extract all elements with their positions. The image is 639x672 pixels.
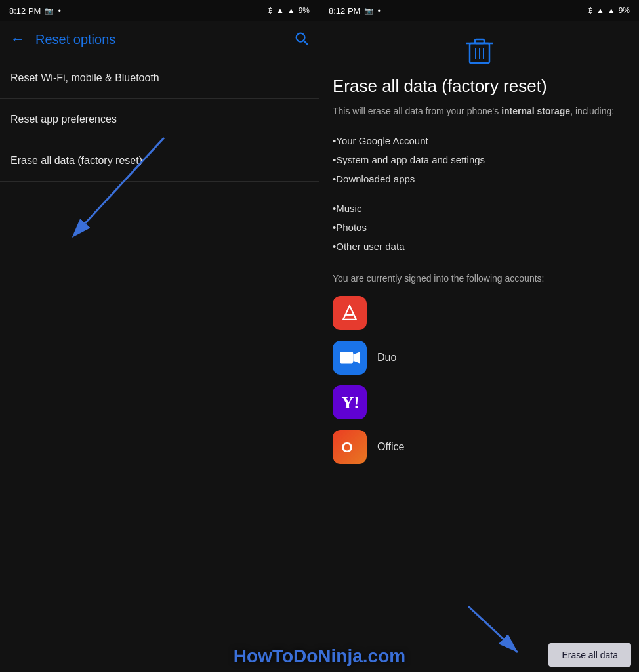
account-duo: Duo bbox=[333, 341, 626, 375]
data-item-3: •Music bbox=[333, 199, 626, 218]
menu-item-app-prefs[interactable]: Reset app preferences bbox=[0, 99, 319, 140]
erase-all-button[interactable]: Erase all data bbox=[548, 643, 631, 667]
erase-title: Erase all data (factory reset) bbox=[333, 76, 626, 96]
data-item-5: •Other user data bbox=[333, 237, 626, 256]
subtitle-bold: internal storage bbox=[501, 106, 570, 116]
account-adobe bbox=[333, 296, 626, 330]
bluetooth-icon: ₿ bbox=[268, 6, 273, 15]
right-status-bar: 8:12 PM 📷 • ₿ ▲ ▲ 9% bbox=[320, 0, 639, 21]
bottom-bar: Erase all data bbox=[320, 638, 639, 672]
trash-icon-container bbox=[333, 37, 626, 66]
toolbar: ← Reset options bbox=[0, 21, 319, 58]
data-items: •Your Google Account •System and app dat… bbox=[333, 131, 626, 256]
duo-label: Duo bbox=[377, 352, 396, 364]
svg-line-1 bbox=[304, 41, 307, 44]
office-label: Office bbox=[377, 441, 405, 453]
back-button[interactable]: ← bbox=[10, 31, 25, 48]
subtitle-plain: This will erase all data from your phone… bbox=[333, 106, 501, 116]
account-office: O Office bbox=[333, 430, 626, 464]
svg-rect-12 bbox=[340, 352, 353, 364]
accounts-section: You are currently signed into the follow… bbox=[333, 272, 626, 464]
right-battery-text: 9% bbox=[619, 6, 630, 15]
right-time: 8:12 PM bbox=[329, 6, 360, 16]
left-dot: • bbox=[58, 6, 61, 16]
trash-icon bbox=[466, 37, 493, 66]
left-panel: 8:12 PM 📷 • ₿ ▲ ▲ 9% ← Reset options bbox=[0, 0, 320, 672]
data-item-2: •Downloaded apps bbox=[333, 169, 626, 188]
adobe-icon bbox=[333, 296, 367, 330]
page-title: Reset options bbox=[35, 32, 294, 47]
search-button[interactable] bbox=[294, 31, 308, 49]
left-time: 8:12 PM bbox=[9, 6, 41, 16]
svg-text:O: O bbox=[342, 439, 353, 455]
wifi-icon: ▲ bbox=[276, 6, 284, 15]
right-bluetooth-icon: ₿ bbox=[588, 6, 593, 15]
right-cam-icon: 📷 bbox=[364, 7, 373, 15]
account-yahoo: Y! bbox=[333, 385, 626, 419]
menu-item-wifi[interactable]: Reset Wi-Fi, mobile & Bluetooth bbox=[0, 58, 319, 99]
menu-item-factory-reset[interactable]: Erase all data (factory reset) bbox=[0, 140, 319, 182]
left-status-bar: 8:12 PM 📷 • ₿ ▲ ▲ 9% bbox=[0, 0, 319, 21]
right-dot: • bbox=[377, 6, 381, 16]
svg-text:Y!: Y! bbox=[342, 393, 360, 412]
accounts-text: You are currently signed into the follow… bbox=[333, 272, 626, 285]
svg-rect-6 bbox=[475, 39, 484, 43]
right-content: Erase all data (factory reset) This will… bbox=[320, 21, 639, 672]
left-cam-icon: 📷 bbox=[45, 7, 54, 15]
svg-marker-13 bbox=[353, 352, 360, 364]
signal-icon: ▲ bbox=[287, 6, 295, 15]
office-icon: O bbox=[333, 430, 367, 464]
subtitle-end: , including: bbox=[570, 106, 614, 116]
right-signal-icon: ▲ bbox=[608, 6, 615, 15]
duo-icon bbox=[333, 341, 367, 375]
erase-subtitle: This will erase all data from your phone… bbox=[333, 104, 626, 118]
data-item-1: •System and app data and settings bbox=[333, 150, 626, 169]
right-wifi-icon: ▲ bbox=[596, 6, 604, 15]
data-item-0: •Your Google Account bbox=[333, 131, 626, 150]
data-item-4: •Photos bbox=[333, 218, 626, 237]
right-panel: 8:12 PM 📷 • ₿ ▲ ▲ 9% bbox=[320, 0, 639, 672]
battery-text: 9% bbox=[299, 6, 310, 15]
svg-marker-10 bbox=[343, 306, 356, 320]
yahoo-icon: Y! bbox=[333, 385, 367, 419]
